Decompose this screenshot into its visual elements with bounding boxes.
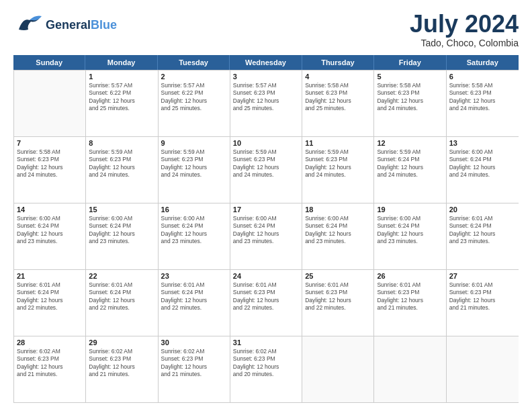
- sun-info: Sunrise: 6:00 AMSunset: 6:24 PMDaylight:…: [377, 215, 443, 246]
- day-number: 18: [305, 205, 371, 214]
- calendar-cell-5: 5Sunrise: 5:58 AMSunset: 6:23 PMDaylight…: [374, 71, 446, 136]
- sun-info: Sunrise: 5:59 AMSunset: 6:23 PMDaylight:…: [161, 148, 227, 179]
- sun-info: Sunrise: 6:01 AMSunset: 6:24 PMDaylight:…: [89, 281, 154, 312]
- logo-general: GeneralBlue: [46, 19, 117, 32]
- calendar-row-3: 21Sunrise: 6:01 AMSunset: 6:24 PMDayligh…: [14, 269, 519, 336]
- sun-info: Sunrise: 6:00 AMSunset: 6:24 PMDaylight:…: [89, 215, 154, 246]
- sun-info: Sunrise: 6:00 AMSunset: 6:24 PMDaylight:…: [305, 215, 371, 246]
- day-number: 25: [305, 272, 371, 280]
- calendar-cell-12: 12Sunrise: 5:59 AMSunset: 6:24 PMDayligh…: [374, 137, 446, 203]
- sun-info: Sunrise: 6:00 AMSunset: 6:24 PMDaylight:…: [17, 215, 83, 246]
- calendar-cell-6: 6Sunrise: 5:58 AMSunset: 6:23 PMDaylight…: [447, 71, 519, 136]
- sun-info: Sunrise: 5:59 AMSunset: 6:24 PMDaylight:…: [377, 148, 443, 179]
- day-number: 21: [17, 272, 83, 280]
- calendar-cell-11: 11Sunrise: 5:59 AMSunset: 6:23 PMDayligh…: [302, 137, 374, 203]
- day-number: 8: [89, 139, 154, 147]
- sun-info: Sunrise: 6:01 AMSunset: 6:23 PMDaylight:…: [233, 281, 299, 312]
- sun-info: Sunrise: 6:00 AMSunset: 6:24 PMDaylight:…: [233, 215, 299, 246]
- calendar-row-4: 28Sunrise: 6:02 AMSunset: 6:23 PMDayligh…: [14, 336, 519, 402]
- calendar-cell-28: 28Sunrise: 6:02 AMSunset: 6:23 PMDayligh…: [14, 336, 86, 402]
- calendar-cell-empty: [447, 336, 519, 402]
- day-number: 3: [233, 73, 299, 81]
- month-year: July 2024: [410, 11, 519, 38]
- sun-info: Sunrise: 5:58 AMSunset: 6:23 PMDaylight:…: [377, 82, 443, 113]
- calendar-cell-14: 14Sunrise: 6:00 AMSunset: 6:24 PMDayligh…: [14, 203, 86, 269]
- calendar-cell-19: 19Sunrise: 6:00 AMSunset: 6:24 PMDayligh…: [374, 203, 446, 269]
- day-number: 9: [161, 139, 227, 147]
- day-number: 23: [161, 272, 227, 280]
- title-block: July 2024 Tado, Choco, Colombia: [410, 11, 519, 48]
- day-number: 11: [305, 139, 371, 147]
- day-number: 17: [233, 205, 299, 214]
- sun-info: Sunrise: 5:58 AMSunset: 6:23 PMDaylight:…: [449, 82, 516, 113]
- day-number: 24: [233, 272, 299, 280]
- calendar-cell-20: 20Sunrise: 6:01 AMSunset: 6:24 PMDayligh…: [447, 203, 519, 269]
- calendar-row-2: 14Sunrise: 6:00 AMSunset: 6:24 PMDayligh…: [14, 203, 519, 269]
- calendar-cell-7: 7Sunrise: 5:58 AMSunset: 6:23 PMDaylight…: [14, 137, 86, 203]
- calendar-cell-17: 17Sunrise: 6:00 AMSunset: 6:24 PMDayligh…: [230, 203, 302, 269]
- calendar-cell-13: 13Sunrise: 6:00 AMSunset: 6:24 PMDayligh…: [447, 137, 519, 203]
- calendar-cell-22: 22Sunrise: 6:01 AMSunset: 6:24 PMDayligh…: [86, 270, 158, 336]
- calendar-cell-30: 30Sunrise: 6:02 AMSunset: 6:23 PMDayligh…: [159, 336, 230, 402]
- day-number: 22: [89, 272, 154, 280]
- day-number: 4: [305, 73, 371, 81]
- calendar-cell-16: 16Sunrise: 6:00 AMSunset: 6:24 PMDayligh…: [159, 203, 230, 269]
- calendar-cell-2: 2Sunrise: 5:57 AMSunset: 6:22 PMDaylight…: [159, 71, 230, 136]
- calendar-cell-27: 27Sunrise: 6:01 AMSunset: 6:23 PMDayligh…: [447, 270, 519, 336]
- calendar-cell-25: 25Sunrise: 6:01 AMSunset: 6:23 PMDayligh…: [302, 270, 374, 336]
- sun-info: Sunrise: 5:57 AMSunset: 6:23 PMDaylight:…: [233, 82, 299, 113]
- sun-info: Sunrise: 5:59 AMSunset: 6:23 PMDaylight:…: [89, 148, 154, 179]
- header-day-thursday: Thursday: [302, 55, 374, 70]
- header-day-monday: Monday: [85, 55, 157, 70]
- calendar-cell-10: 10Sunrise: 5:59 AMSunset: 6:23 PMDayligh…: [230, 137, 302, 203]
- day-number: 28: [17, 338, 83, 347]
- logo-text-block: GeneralBlue: [46, 19, 117, 32]
- calendar-cell-21: 21Sunrise: 6:01 AMSunset: 6:24 PMDayligh…: [14, 270, 86, 336]
- day-number: 12: [377, 139, 443, 147]
- sun-info: Sunrise: 6:02 AMSunset: 6:23 PMDaylight:…: [233, 348, 299, 379]
- header-day-friday: Friday: [374, 55, 446, 70]
- day-number: 15: [89, 205, 154, 214]
- sun-info: Sunrise: 5:59 AMSunset: 6:23 PMDaylight:…: [233, 148, 299, 179]
- sun-info: Sunrise: 5:58 AMSunset: 6:23 PMDaylight:…: [305, 82, 371, 113]
- calendar-cell-9: 9Sunrise: 5:59 AMSunset: 6:23 PMDaylight…: [159, 137, 230, 203]
- sun-info: Sunrise: 6:01 AMSunset: 6:24 PMDaylight:…: [17, 281, 83, 312]
- day-number: 30: [161, 338, 227, 347]
- logo-icon: [13, 11, 43, 40]
- sun-info: Sunrise: 5:57 AMSunset: 6:22 PMDaylight:…: [161, 82, 227, 113]
- calendar-row-0: 1Sunrise: 5:57 AMSunset: 6:22 PMDaylight…: [14, 70, 519, 136]
- sun-info: Sunrise: 6:00 AMSunset: 6:24 PMDaylight:…: [449, 148, 516, 179]
- calendar-cell-24: 24Sunrise: 6:01 AMSunset: 6:23 PMDayligh…: [230, 270, 302, 336]
- calendar-cell-3: 3Sunrise: 5:57 AMSunset: 6:23 PMDaylight…: [230, 71, 302, 136]
- calendar-cell-15: 15Sunrise: 6:00 AMSunset: 6:24 PMDayligh…: [86, 203, 158, 269]
- day-number: 14: [17, 205, 83, 214]
- sun-info: Sunrise: 5:59 AMSunset: 6:23 PMDaylight:…: [305, 148, 371, 179]
- calendar-cell-1: 1Sunrise: 5:57 AMSunset: 6:22 PMDaylight…: [86, 71, 158, 136]
- calendar-header: SundayMondayTuesdayWednesdayThursdayFrid…: [13, 55, 519, 70]
- day-number: 1: [89, 73, 154, 81]
- header-day-sunday: Sunday: [13, 55, 85, 70]
- day-number: 19: [377, 205, 443, 214]
- day-number: 5: [377, 73, 443, 81]
- day-number: 2: [161, 73, 227, 81]
- header-day-wednesday: Wednesday: [230, 55, 302, 70]
- day-number: 7: [17, 139, 83, 147]
- sun-info: Sunrise: 6:01 AMSunset: 6:24 PMDaylight:…: [161, 281, 227, 312]
- calendar-cell-31: 31Sunrise: 6:02 AMSunset: 6:23 PMDayligh…: [230, 336, 302, 402]
- sun-info: Sunrise: 6:01 AMSunset: 6:23 PMDaylight:…: [449, 281, 516, 312]
- day-number: 26: [377, 272, 443, 280]
- calendar-cell-empty: [374, 336, 446, 402]
- header-day-tuesday: Tuesday: [158, 55, 230, 70]
- calendar-body: 1Sunrise: 5:57 AMSunset: 6:22 PMDaylight…: [13, 70, 519, 403]
- calendar-cell-8: 8Sunrise: 5:59 AMSunset: 6:23 PMDaylight…: [86, 137, 158, 203]
- calendar-cell-29: 29Sunrise: 6:02 AMSunset: 6:23 PMDayligh…: [86, 336, 158, 402]
- sun-info: Sunrise: 6:02 AMSunset: 6:23 PMDaylight:…: [89, 348, 154, 379]
- sun-info: Sunrise: 6:02 AMSunset: 6:23 PMDaylight:…: [17, 348, 83, 379]
- day-number: 20: [449, 205, 516, 214]
- sun-info: Sunrise: 6:01 AMSunset: 6:23 PMDaylight:…: [377, 281, 443, 312]
- calendar-cell-4: 4Sunrise: 5:58 AMSunset: 6:23 PMDaylight…: [302, 71, 374, 136]
- sun-info: Sunrise: 6:02 AMSunset: 6:23 PMDaylight:…: [161, 348, 227, 379]
- day-number: 6: [449, 73, 516, 81]
- calendar-row-1: 7Sunrise: 5:58 AMSunset: 6:23 PMDaylight…: [14, 136, 519, 203]
- calendar-cell-empty: [302, 336, 374, 402]
